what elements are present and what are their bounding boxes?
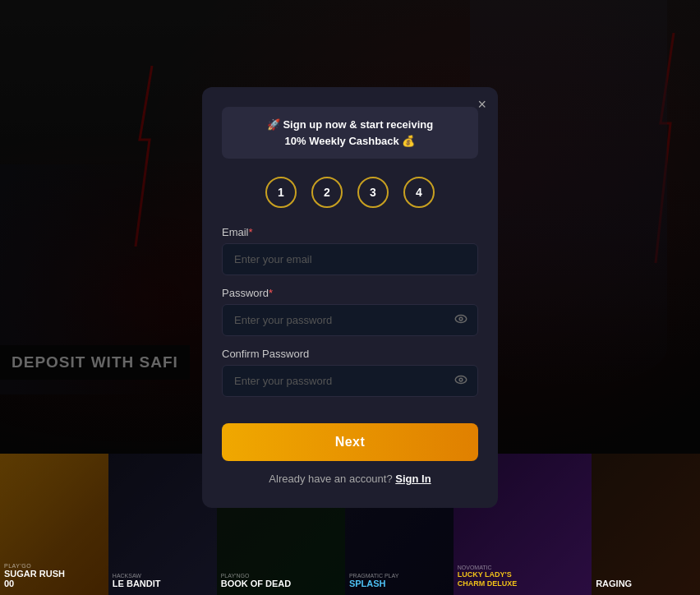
signup-modal: × 🚀 Sign up now & start receiving 10% We…: [202, 87, 498, 508]
step-2: 2: [311, 177, 343, 208]
step-3: 3: [357, 177, 389, 208]
signin-link[interactable]: Sign In: [395, 473, 431, 485]
step-4: 4: [403, 177, 435, 208]
promo-banner: 🚀 Sign up now & start receiving 10% Week…: [222, 107, 478, 159]
password-input[interactable]: [222, 304, 478, 336]
password-input-wrap: [222, 304, 478, 336]
confirm-label: Confirm Password: [222, 348, 478, 360]
svg-point-1: [459, 317, 463, 321]
email-input-wrap: [222, 243, 478, 275]
next-button[interactable]: Next: [222, 423, 478, 461]
confirm-password-input[interactable]: [222, 365, 478, 397]
close-button[interactable]: ×: [477, 97, 486, 112]
password-field-group: Password*: [222, 287, 478, 336]
password-toggle-icon[interactable]: [454, 311, 468, 330]
email-input[interactable]: [222, 243, 478, 275]
confirm-password-field-group: Confirm Password: [222, 348, 478, 397]
signin-row: Already have an account? Sign In: [222, 473, 478, 485]
email-label: Email*: [222, 226, 478, 238]
password-label: Password*: [222, 287, 478, 299]
modal-overlay: × 🚀 Sign up now & start receiving 10% We…: [0, 0, 700, 595]
svg-point-2: [455, 376, 467, 383]
step-1: 1: [265, 177, 297, 208]
confirm-input-wrap: [222, 365, 478, 397]
email-field-group: Email*: [222, 226, 478, 275]
svg-point-0: [455, 315, 467, 322]
promo-text: 🚀 Sign up now & start receiving 10% Week…: [235, 117, 465, 149]
step-indicators: 1 2 3 4: [222, 177, 478, 208]
svg-point-3: [459, 378, 463, 381]
confirm-toggle-icon[interactable]: [454, 372, 468, 390]
